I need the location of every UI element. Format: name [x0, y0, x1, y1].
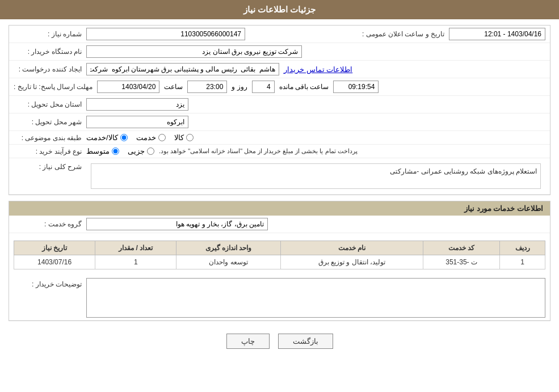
- khadamat-table: ردیف کد خدمت نام خدمت واحد اندازه گیری ت…: [14, 241, 545, 269]
- saat-label: ساعت: [164, 83, 183, 91]
- khadamat-section: اطلاعات خدمات مورد نیاز گروه خدمت : ردیف…: [9, 201, 550, 321]
- sharh-value: استعلام پروژه‌های شبکه روشنایی عمرانی -م…: [390, 167, 537, 175]
- cell-name: تولید، انتقال و توزیع برق: [280, 255, 423, 269]
- table-body: 1ت -35-351تولید، انتقال و توزیع برقتوسعه…: [14, 255, 545, 269]
- cell-tedad: 1: [95, 255, 176, 269]
- cell-radif: 1: [500, 255, 545, 269]
- ejad-konande-link[interactable]: اطلاعات تماس خریدار: [284, 65, 352, 74]
- roz-label: روز و: [232, 83, 247, 91]
- row-nove-farayand: نوع فرآیند خرید : متوسط جزیی پرداخت تمام…: [9, 145, 550, 158]
- farayand-note: پرداخت تمام یا بخشی از مبلغ خریدار از مح…: [159, 147, 358, 155]
- radio-item-jozei[interactable]: جزیی: [128, 147, 154, 155]
- radio-khadamat-label: خدمت: [136, 133, 156, 142]
- table-header-row: ردیف کد خدمت نام خدمت واحد اندازه گیری ت…: [14, 241, 545, 255]
- col-tedad: تعداد / مقدار: [95, 241, 176, 255]
- shahr-label: شهر محل تحویل :: [14, 118, 82, 126]
- cell-tarikh: 1403/07/16: [14, 255, 95, 269]
- radio-motavasset-input[interactable]: [112, 147, 119, 155]
- row-shomare-niaz: شماره نیاز : تاریخ و ساعت اعلان عمومی :: [9, 26, 550, 43]
- sharh-label: شرح کلی نیاز :: [14, 161, 82, 171]
- mohlat-ersal-label: مهلت ارسال پاسخ: تا تاریخ :: [14, 83, 93, 91]
- nam-dastgah-label: نام دستگاه خریدار :: [14, 48, 82, 56]
- nove-farayand-label: نوع فرآیند خرید :: [14, 147, 82, 155]
- khadamat-table-section: ردیف کد خدمت نام خدمت واحد اندازه گیری ت…: [9, 238, 550, 272]
- baqi-input[interactable]: [333, 81, 379, 93]
- shomare-niaz-input[interactable]: [86, 28, 245, 40]
- print-button[interactable]: چاپ: [226, 334, 270, 349]
- tarikh-elam-input[interactable]: [449, 28, 545, 40]
- shahr-input[interactable]: [86, 116, 188, 128]
- row-ejad-konande: ایجاد کننده درخواست : اطلاعات تماس خریدا…: [9, 61, 550, 78]
- col-code: کد خدمت: [423, 241, 500, 255]
- page-wrapper: جزئیات اطلاعات نیاز شماره نیاز : تاریخ و…: [0, 0, 559, 392]
- roz-input[interactable]: [252, 81, 275, 93]
- tosihaat-label: توضیحات خریدار :: [14, 278, 82, 288]
- radio-khadamat-input[interactable]: [158, 134, 166, 141]
- row-sharh: شرح کلی نیاز : استعلام پروژه‌های شبکه رو…: [9, 158, 550, 195]
- row-nam-dastgah: نام دستگاه خریدار :: [9, 43, 550, 61]
- tarikh-elam-label: تاریخ و ساعت اعلان عمومی :: [362, 30, 444, 38]
- row-tosihaat: توضیحات خریدار :: [9, 276, 550, 321]
- col-name: نام خدمت: [280, 241, 423, 255]
- col-tarikh: تاریخ نیاز: [14, 241, 95, 255]
- row-ostan: استان محل تحویل :: [9, 96, 550, 113]
- radio-jozei-input[interactable]: [147, 147, 154, 155]
- ejad-konande-input[interactable]: [86, 63, 279, 75]
- row-mohlat-ersal: مهلت ارسال پاسخ: تا تاریخ : ساعت روز و س…: [9, 78, 550, 96]
- tabaqe-radio-group: کالا/خدمت خدمت کالا: [86, 133, 194, 142]
- content-area: شماره نیاز : تاریخ و ساعت اعلان عمومی : …: [0, 19, 559, 361]
- grohe-khadamat-label: گروه خدمت :: [14, 220, 82, 228]
- tabaqe-label: طبقه بندی موضوعی :: [14, 134, 82, 142]
- mohlat-date-input[interactable]: [97, 81, 159, 93]
- cell-vahed: توسعه واحدان: [176, 255, 280, 269]
- farayand-radio-group: متوسط جزیی: [86, 147, 154, 155]
- col-radif: ردیف: [500, 241, 545, 255]
- back-button[interactable]: بازگشت: [278, 334, 333, 349]
- tosihaat-textarea[interactable]: [86, 278, 545, 318]
- radio-jozei-label: جزیی: [128, 147, 145, 155]
- page-header: جزئیات اطلاعات نیاز: [0, 0, 559, 19]
- baqi-label: ساعت باقی مانده: [279, 83, 329, 91]
- khadamat-section-header: اطلاعات خدمات مورد نیاز: [9, 201, 550, 216]
- radio-kala-khadamat-input[interactable]: [120, 134, 128, 141]
- khadamat-section-title: اطلاعات خدمات مورد نیاز: [464, 204, 543, 213]
- col-vahed: واحد اندازه گیری: [176, 241, 280, 255]
- radio-kala-label: کالا: [174, 133, 184, 142]
- radio-item-kala-khadamat[interactable]: کالا/خدمت: [86, 133, 128, 142]
- table-row: 1ت -35-351تولید، انتقال و توزیع برقتوسعه…: [14, 255, 545, 269]
- row-shahr: شهر محل تحویل :: [9, 113, 550, 131]
- row-tabaqe: طبقه بندی موضوعی : کالا/خدمت خدمت کالا: [9, 131, 550, 145]
- radio-item-khadamat[interactable]: خدمت: [136, 133, 166, 142]
- row-grohe-khadamat: گروه خدمت :: [9, 216, 550, 233]
- main-form-section: شماره نیاز : تاریخ و ساعت اعلان عمومی : …: [9, 25, 550, 195]
- radio-item-motavasset[interactable]: متوسط: [86, 147, 119, 155]
- cell-code: ت -35-351: [423, 255, 500, 269]
- radio-kala-input[interactable]: [186, 134, 194, 141]
- shomare-niaz-label: شماره نیاز :: [14, 30, 82, 38]
- buttons-row: بازگشت چاپ: [9, 327, 550, 356]
- ejad-konande-label: ایجاد کننده درخواست :: [14, 65, 82, 73]
- radio-item-kala[interactable]: کالا: [174, 133, 194, 142]
- radio-motavasset-label: متوسط: [86, 147, 110, 155]
- ostan-label: استان محل تحویل :: [14, 100, 82, 108]
- page-title: جزئیات اطلاعات نیاز: [243, 5, 316, 14]
- saat-input[interactable]: [187, 81, 227, 93]
- ostan-input[interactable]: [86, 98, 188, 111]
- nam-dastgah-input[interactable]: [86, 45, 302, 58]
- grohe-khadamat-input[interactable]: [86, 218, 268, 230]
- sharh-inner-box: استعلام پروژه‌های شبکه روشنایی عمرانی -م…: [91, 163, 541, 189]
- radio-kala-khadamat-label: کالا/خدمت: [86, 133, 118, 142]
